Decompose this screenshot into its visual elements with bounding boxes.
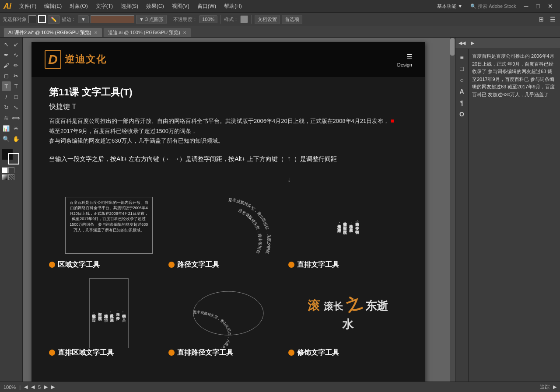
menu-help[interactable]: 帮助(H)	[220, 2, 245, 11]
close-btn[interactable]: ✕	[544, 2, 556, 10]
toolbar: 无选择对象 ✏️ 描边： ▼ ▼ 3 点圆形 不透明度： 100% 样式： 文档…	[0, 12, 560, 26]
curvature-tool[interactable]: ∿	[12, 50, 21, 60]
vert-col-4: 一壶浊酒喜相逢，古今多少事，都付笑谈中。	[354, 197, 360, 254]
tab-ai-coursework[interactable]: AI-课件2.ai* @ 100% (RGB/GPU 预览) ✕	[4, 28, 102, 37]
pen-tool[interactable]: ✒	[2, 50, 11, 60]
vert-region-visual: 非成败转头空，青山 依旧在，几度夕阳红， 白发渔樵江渚上，惯 看秋月春风。一壶浊…	[54, 283, 164, 344]
tab-ai-close[interactable]: ✕	[94, 30, 98, 35]
style-swatch[interactable]	[240, 15, 248, 23]
menu-object[interactable]: 对象(O)	[66, 2, 91, 11]
tool-row-5: T T	[2, 81, 21, 91]
decoration-text-display: 滚 滚长 之 东逝水	[304, 294, 392, 332]
restore-btn[interactable]: □	[533, 2, 543, 10]
orange-dot-5	[168, 350, 175, 356]
menu-edit[interactable]: 编辑(E)	[41, 2, 65, 11]
stroke-value[interactable]: ▼	[78, 15, 89, 23]
vertical-text-label: 直排文字工具	[288, 260, 408, 270]
menu-text[interactable]: 文字(T)	[92, 2, 116, 11]
no-select-label: 无选择对象	[3, 16, 27, 23]
menu-file[interactable]: 文件(F)	[16, 2, 40, 11]
body-text-2: 截至2017年9月，百度百科已经收录了超过1500万的词条，	[49, 128, 197, 134]
vert-col-3: 白发渔樵江渚上，惯看秋月春风。	[348, 197, 354, 254]
line-tool[interactable]: /	[2, 92, 11, 102]
status-play[interactable]: ▶	[553, 384, 556, 390]
eraser-tool[interactable]: ◻	[2, 71, 11, 80]
graph-tool[interactable]: 📊	[2, 123, 11, 133]
nav-next2[interactable]: ▶	[51, 384, 55, 390]
symbol-tool[interactable]: ✳	[12, 123, 21, 133]
width-tool[interactable]: ⟺	[12, 113, 21, 122]
brush-mode[interactable]: ✏️	[48, 15, 60, 24]
tab-sdi[interactable]: 送迪.ai @ 100% (RGB/GPU 预览) ✕	[103, 28, 191, 37]
menu-select[interactable]: 选择(S)	[117, 2, 142, 11]
tabs-bar: AI-课件2.ai* @ 100% (RGB/GPU 预览) ✕ 送迪.ai @…	[0, 26, 560, 38]
zoom-tool[interactable]: 🔍	[2, 134, 11, 144]
layout-icon[interactable]: ☰	[548, 14, 557, 24]
pencil-tool[interactable]: ✏	[12, 60, 21, 70]
nav-next[interactable]: ▶	[44, 384, 48, 390]
menu-window[interactable]: 窗口(W)	[194, 2, 220, 11]
stroke-color-bar[interactable]	[91, 15, 134, 23]
menu-view[interactable]: 视图(V)	[168, 2, 193, 11]
vr-col-1: 非成败转头空，青山	[91, 280, 97, 346]
scrollbar-right[interactable]	[450, 38, 455, 382]
fill-swatch[interactable]	[28, 15, 36, 23]
scissors-tool[interactable]: ✂	[12, 71, 21, 80]
prop-align-icon[interactable]: ≡	[457, 52, 467, 62]
hand-tool[interactable]: ✋	[12, 134, 21, 144]
tab-sdi-close[interactable]: ✕	[183, 30, 186, 35]
page-num: 5	[38, 385, 41, 390]
color-swatch-area	[2, 149, 21, 166]
vert-col-2: 是非成败转头空，青山依旧在，几度夕阳红。	[343, 197, 348, 254]
tip-line: 当输入一段文字之后，按Alt+ 左右方向键（← →）是调整字间距，按Alt+ 上…	[49, 153, 408, 186]
nav-prev[interactable]: ◀	[24, 384, 28, 390]
gradient-swatch[interactable]	[2, 174, 8, 180]
stroke-color-box[interactable]	[8, 153, 19, 164]
brush-tool[interactable]: 🖌	[2, 60, 11, 70]
scrollbar-thumb[interactable]	[450, 38, 455, 56]
text-tool[interactable]: T	[2, 81, 11, 91]
scale-tool[interactable]: ⤡	[12, 102, 21, 112]
search-stock[interactable]: 🔍 搜索 Adobe Stock	[467, 2, 520, 10]
region-text-visual: 百度百科是百度公司推出的一部内容开放、自由的网络百科全书平台。其测试版于2006…	[54, 195, 164, 256]
collapse-icon[interactable]: ◀◀	[457, 38, 467, 48]
prop-para-icon[interactable]: ¶	[457, 98, 467, 108]
hamburger-menu-icon[interactable]: ≡	[397, 52, 412, 61]
cursor-indicator: ■	[391, 117, 394, 124]
vert-path-label: 直排路径文字工具	[168, 348, 288, 357]
expand-icon[interactable]: ▶	[468, 38, 477, 48]
text-vert-tool[interactable]: T	[12, 81, 21, 91]
direct-select-tool[interactable]: ↙	[12, 39, 21, 49]
prop-text-a-icon[interactable]: A	[457, 87, 467, 96]
arrange-icon[interactable]: ⊞	[536, 14, 546, 24]
none-swatch[interactable]	[8, 167, 14, 173]
doc-header: D 逆迪文化 ≡ Design	[32, 42, 425, 77]
stroke-swatch[interactable]	[38, 15, 46, 23]
points-dropdown[interactable]: ▼ 3 点圆形	[136, 15, 167, 24]
prop-text-o-icon[interactable]: O	[457, 109, 467, 119]
select-tool[interactable]: ↖	[2, 39, 11, 49]
tool-row-8: ≋ ⟺	[2, 113, 21, 122]
white-swatch[interactable]	[2, 167, 8, 173]
tool-row-10: 🔍 ✋	[2, 134, 21, 144]
preferences-btn[interactable]: 首选项	[282, 15, 302, 24]
path-text-label: 路径文字工具	[168, 260, 288, 270]
opacity-value[interactable]: 100%	[199, 15, 217, 23]
warp-tool[interactable]: ≋	[2, 113, 11, 122]
pattern-swatch[interactable]	[8, 174, 14, 180]
svg-text:是非成败转头空，青山依旧在，几度夕阳红，白发渔樵江渚: 是非成败转头空，青山依旧在，几度夕阳红，白发渔樵江渚	[212, 208, 262, 253]
prop-circle-icon[interactable]: ○	[457, 75, 467, 85]
nav-prev2[interactable]: ◀	[31, 384, 35, 390]
prop-rect-icon[interactable]: □	[457, 64, 467, 74]
rotate-tool[interactable]: ↻	[2, 102, 11, 112]
region-text-demo: 百度百科是百度公司推出的一部内容开放、自由的网络百科全书平台。其测试版于2006…	[49, 195, 168, 270]
svg-text:是非成败转头空，青山依旧在，几度夕阳红，白发渔樵江渚上，惯看: 是非成败转头空，青山依旧在，几度夕阳红，白发渔樵江渚上，惯看秋月春风，一壶浊酒喜…	[185, 310, 231, 348]
shape-tool[interactable]: □	[12, 92, 21, 102]
basic-mode[interactable]: 基本功能 ▼	[434, 2, 466, 10]
body-text-1: 百度百科是百度公司推出的一部内容开放、自由的网络百科全书平台。其测试版于2006…	[49, 118, 389, 124]
doc-settings-btn[interactable]: 文档设置	[255, 15, 280, 24]
body-text: 百度百科是百度公司推出的一部内容开放、自由的网络百科全书平台。其测试版于2006…	[49, 116, 408, 146]
menu-effect[interactable]: 效果(C)	[143, 2, 168, 11]
tab-ai-coursework-label: AI-课件2.ai* @ 100% (RGB/GPU 预览)	[8, 29, 91, 36]
minimize-btn[interactable]: ─	[521, 2, 532, 10]
